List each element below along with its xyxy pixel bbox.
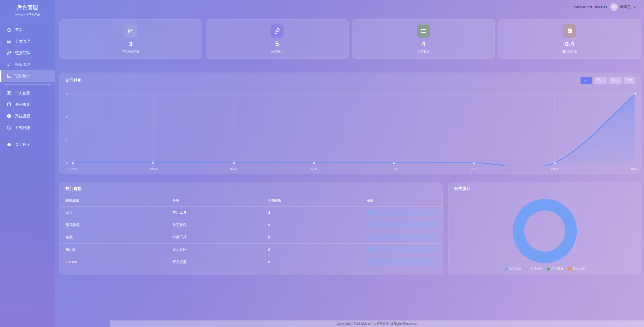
sidebar-item-label: 首页 <box>15 27 23 32</box>
stat-label: 7天总访问量 <box>122 50 139 54</box>
y-tick-label: 2 <box>66 116 67 119</box>
column-header-actions: 操作 <box>360 195 443 206</box>
sidebar-item-backup[interactable]: 备份恢复 <box>0 99 55 110</box>
line-plot <box>71 91 637 166</box>
external-link-icon <box>369 260 372 264</box>
stat-value: 5 <box>275 41 279 47</box>
y-tick-label: 0 <box>66 161 67 164</box>
sidebar: 后台管理 MyNav个人导航系统 首页 分类管理 链接管理 模板管理 访 <box>0 0 55 327</box>
sidebar-menu: 首页 分类管理 链接管理 模板管理 访问统计 个人信息 <box>0 20 55 150</box>
sidebar-item-templates[interactable]: 模板管理 <box>0 59 55 70</box>
main-area: 2025-07-29 10:49:39 管 管理员 3 7天总访问量 5 热门链… <box>55 0 644 327</box>
sidebar-item-logs[interactable]: 系统日志 <box>0 122 55 134</box>
sidebar-item-label: 系统日志 <box>15 125 30 130</box>
username: 管理员 <box>620 5 631 9</box>
legend-item-tools[interactable]: 常用工具 <box>505 267 521 271</box>
data-point <box>393 162 395 164</box>
y-axis: 0123 <box>62 91 69 166</box>
chart-line-icon <box>124 24 137 38</box>
x-tick-label: 07/25 <box>311 167 318 170</box>
donut-svg <box>511 198 578 265</box>
range-button-30d[interactable]: 30天 <box>594 77 607 84</box>
x-tick-label: 07/24 <box>230 167 237 170</box>
legend-dot <box>505 268 508 271</box>
link-visits: 0 <box>262 256 360 268</box>
link-category: 常用工具 <box>166 231 262 243</box>
topbar: 2025-07-29 10:49:39 管 管理员 <box>55 0 644 14</box>
link-category: 学习教程 <box>166 219 262 231</box>
link-icon <box>270 24 284 38</box>
current-datetime: 2025-07-29 10:49:39 <box>574 5 607 9</box>
table-header-row: 链接标题 分类 访问次数 操作 <box>59 195 443 206</box>
legend-label: 娱乐休闲 <box>530 267 543 271</box>
data-point <box>473 162 476 164</box>
stat-card-hot-links: 5 热门链接 <box>206 19 349 59</box>
range-buttons: 7天 30天 90天 1年 <box>581 77 635 84</box>
open-link-button[interactable] <box>366 258 438 266</box>
legend-item-learning[interactable]: 学习教程 <box>547 267 564 271</box>
link-title: 百度 <box>59 206 166 219</box>
open-link-button[interactable] <box>366 209 438 216</box>
menu-divider <box>4 84 51 85</box>
sidebar-item-label: 访问统计 <box>15 74 30 79</box>
trend-title: 访问趋势 <box>65 78 82 83</box>
app-subtitle: MyNav个人导航系统 <box>3 13 52 17</box>
column-header-visits: 访问次数 <box>262 195 360 206</box>
y-tick-label: 1 <box>66 139 67 142</box>
legend-dot <box>568 268 571 271</box>
user-menu[interactable]: 管 管理员 <box>610 3 636 11</box>
hot-links-header: 热门链接 <box>59 182 443 195</box>
range-button-7d[interactable]: 7天 <box>581 77 592 84</box>
x-tick-label: 07/23 <box>150 167 157 170</box>
sidebar-item-links[interactable]: 链接管理 <box>0 47 55 59</box>
link-icon <box>7 50 12 55</box>
sidebar-item-about[interactable]: 关于程序 <box>0 139 55 150</box>
x-tick-label: 07/26 <box>391 167 398 170</box>
external-link-icon <box>369 223 372 227</box>
range-button-1y[interactable]: 1年 <box>624 77 635 84</box>
table-row: GitHub 开发资源 0 <box>59 256 443 268</box>
sidebar-item-settings[interactable]: 系统设置 <box>0 110 55 122</box>
open-link-button[interactable] <box>366 221 438 229</box>
legend-item-entertainment[interactable]: 娱乐休闲 <box>526 267 543 271</box>
legend-label: 开发资源 <box>573 267 585 271</box>
stat-card-active-categories: 4 活跃分类 <box>352 19 495 59</box>
column-header-title: 链接标题 <box>59 195 166 206</box>
sidebar-item-profile[interactable]: 个人信息 <box>0 87 55 99</box>
visit-trend-panel: 访问趋势 7天 30天 90天 1年 0123 07/2207/2307/240… <box>59 73 641 174</box>
table-row: 百度 常用工具 3 <box>59 206 443 219</box>
hot-links-table: 链接标题 分类 访问次数 操作 百度 常用工具 3 <box>59 195 443 268</box>
open-link-button[interactable] <box>366 246 438 253</box>
gear-icon <box>7 114 12 119</box>
open-link-button[interactable] <box>366 234 438 241</box>
sidebar-item-home[interactable]: 首页 <box>0 24 55 36</box>
sidebar-item-label: 分类管理 <box>15 39 30 44</box>
sidebar-item-visit-stats[interactable]: 访问统计 <box>0 70 55 82</box>
data-point <box>634 93 636 95</box>
link-category: 常用工具 <box>166 206 262 219</box>
stat-card-visits-7d: 3 7天总访问量 <box>59 19 202 59</box>
category-stats-title: 分类统计 <box>454 186 470 191</box>
legend-label: 常用工具 <box>509 267 521 271</box>
sidebar-item-label: 个人信息 <box>15 91 30 95</box>
sidebar-item-label: 链接管理 <box>15 51 30 55</box>
content: 3 7天总访问量 5 热门链接 4 活跃分类 0.4 日均访问量 <box>55 14 644 327</box>
history-icon <box>7 125 12 130</box>
sidebar-item-categories[interactable]: 分类管理 <box>0 36 55 47</box>
legend-item-dev[interactable]: 开发资源 <box>568 267 585 271</box>
stat-value: 3 <box>129 41 132 47</box>
trend-header: 访问趋势 7天 30天 90天 1年 <box>59 73 641 88</box>
data-point <box>72 162 74 164</box>
sidebar-item-label: 系统设置 <box>15 114 30 119</box>
calendar-icon <box>563 24 576 38</box>
x-tick-label: 07/28 <box>551 167 558 170</box>
sidebar-header: 后台管理 MyNav个人导航系统 <box>0 0 55 20</box>
admin-dashboard: 后台管理 MyNav个人导航系统 首页 分类管理 链接管理 模板管理 访 <box>0 0 644 327</box>
chevron-down-icon <box>633 5 636 9</box>
range-button-90d[interactable]: 90天 <box>609 77 622 84</box>
sidebar-item-label: 关于程序 <box>15 142 30 147</box>
x-tick-label: 07/27 <box>471 167 478 170</box>
stat-label: 热门链接 <box>271 50 283 54</box>
x-axis: 07/2207/2307/2407/2507/2607/2707/2807/29 <box>71 167 637 171</box>
table-row: Bilibili 娱乐休闲 0 <box>59 243 443 256</box>
